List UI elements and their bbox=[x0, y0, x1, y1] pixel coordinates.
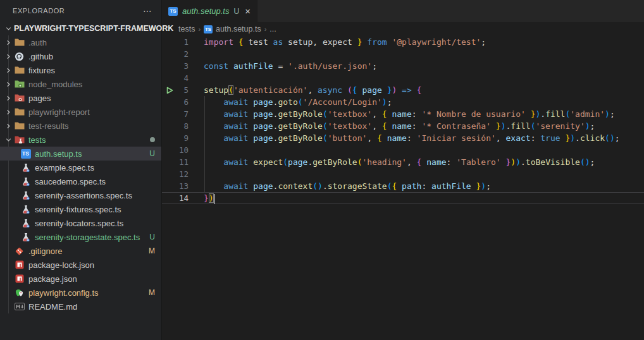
code-token: context bbox=[278, 181, 313, 191]
code-token: await bbox=[223, 157, 248, 167]
code-token: ( bbox=[313, 181, 318, 191]
code-editor[interactable]: 1import { test as setup, expect } from '… bbox=[162, 36, 644, 340]
code-token: ) bbox=[318, 181, 323, 191]
tree-item-example-spec-ts[interactable]: tsexample.spec.ts bbox=[0, 161, 161, 174]
code-token: ) bbox=[501, 121, 506, 131]
tree-item--gitignore[interactable]: .gitignoreM bbox=[0, 244, 161, 258]
code-token: ( bbox=[580, 157, 585, 167]
run-test-icon[interactable] bbox=[162, 84, 177, 96]
code-token: ; bbox=[615, 133, 620, 143]
code-token: : bbox=[412, 109, 422, 119]
folder-icon bbox=[14, 37, 25, 47]
code-token: exact bbox=[506, 133, 531, 143]
code-token: ; bbox=[481, 37, 486, 47]
tree-item-label: package-lock.json bbox=[28, 260, 155, 270]
tree-item-saucedemo-spec-ts[interactable]: tssaucedemo.spec.ts bbox=[0, 174, 161, 188]
chevron-right-icon[interactable] bbox=[3, 93, 14, 103]
chevron-right-icon[interactable] bbox=[3, 51, 14, 61]
code-line-8[interactable]: 8 await page.getByRole('textbox', { name… bbox=[162, 120, 644, 132]
editor-group: TS auth.setup.ts U × tests › TS auth.set… bbox=[162, 0, 644, 340]
code-line-2[interactable]: 2 bbox=[162, 48, 644, 60]
tree-item--auth[interactable]: .auth bbox=[0, 35, 161, 49]
code-line-10[interactable]: 10 bbox=[162, 144, 644, 156]
tree-item-test-results[interactable]: test-results bbox=[0, 119, 161, 133]
code-token: { bbox=[352, 85, 357, 95]
line-number: 2 bbox=[177, 49, 204, 59]
code-line-13[interactable]: 13 await page.context().storageState({ p… bbox=[162, 180, 644, 192]
chevron-right-icon[interactable] bbox=[3, 65, 14, 75]
line-number: 3 bbox=[177, 61, 204, 71]
code-token: ) bbox=[382, 97, 387, 107]
line-number: 4 bbox=[177, 73, 204, 83]
tab-auth-setup-ts[interactable]: TS auth.setup.ts U × bbox=[162, 0, 257, 22]
chevron-down-icon[interactable] bbox=[3, 135, 14, 145]
code-token: => bbox=[402, 85, 412, 95]
code-token: ) bbox=[511, 157, 516, 167]
code-token bbox=[352, 37, 357, 47]
tree-item-package-json[interactable]: package.json bbox=[0, 272, 161, 286]
code-line-6[interactable]: 6 await page.goto('/Account/Login'); bbox=[162, 96, 644, 108]
code-token: , bbox=[496, 133, 506, 143]
chevron-right-icon[interactable] bbox=[3, 79, 14, 89]
code-token: { bbox=[417, 85, 422, 95]
code-token: ) bbox=[605, 109, 610, 119]
chevron-down-icon[interactable] bbox=[3, 23, 14, 33]
folder-tests-icon bbox=[14, 135, 25, 145]
close-icon[interactable]: × bbox=[245, 6, 251, 16]
tree-item-serenity-fixtures-spec-ts[interactable]: tsserenity-fixtures.spec.ts bbox=[0, 202, 161, 216]
code-token: { bbox=[382, 109, 387, 119]
code-line-7[interactable]: 7 await page.getByRole('textbox', { name… bbox=[162, 108, 644, 120]
code-line-12[interactable]: 12 bbox=[162, 168, 644, 180]
flask-icon: ts bbox=[20, 232, 31, 242]
line-number: 10 bbox=[177, 145, 204, 155]
svg-text:ts: ts bbox=[27, 183, 28, 186]
tree-item-readme-md[interactable]: README.md bbox=[0, 300, 161, 313]
code-content: setup('autenticación', async ({ page }) … bbox=[204, 84, 644, 96]
code-line-14[interactable]: 14}) bbox=[162, 192, 644, 204]
code-token: name bbox=[426, 157, 446, 167]
tree-item-label: .gitignore bbox=[28, 246, 145, 256]
gutter-spacer bbox=[162, 48, 177, 60]
tree-item-serenity-locators-spec-ts[interactable]: tsserenity-locators.spec.ts bbox=[0, 216, 161, 230]
tree-item-playwright-report[interactable]: playwright-report bbox=[0, 105, 161, 119]
tree-item-label: .github bbox=[28, 52, 155, 61]
code-line-11[interactable]: 11 await expect(page.getByRole('heading'… bbox=[162, 156, 644, 168]
indent-guide bbox=[204, 96, 205, 108]
tree-item-auth-setup-ts[interactable]: TSauth.setup.tsU bbox=[0, 147, 161, 161]
code-content bbox=[204, 168, 644, 180]
indent-guide bbox=[204, 168, 205, 180]
tree-item-serenity-assertions-spec-ts[interactable]: tsserenity-assertions.spec.ts bbox=[0, 188, 161, 202]
code-token: ) bbox=[481, 181, 486, 191]
tree-item--github[interactable]: .github bbox=[0, 49, 161, 63]
tree-item-label: playwright.config.ts bbox=[28, 288, 145, 298]
tree-item-node-modules[interactable]: node_modules bbox=[0, 77, 161, 91]
code-token: page bbox=[362, 85, 381, 95]
code-line-4[interactable]: 4 bbox=[162, 72, 644, 84]
more-actions-icon[interactable]: ⋯ bbox=[143, 6, 152, 16]
tree-root-playwright-typescript-framework[interactable]: PLAYWRIGHT-TYPESCRIPT-FRAMEWORK bbox=[0, 21, 644, 35]
code-line-3[interactable]: 3const authFile = '.auth/user.json'; bbox=[162, 60, 644, 72]
code-content: await page.goto('/Account/Login'); bbox=[204, 96, 644, 108]
folder-icon bbox=[14, 121, 25, 131]
code-token: toBeVisible bbox=[526, 157, 580, 167]
tree-item-package-lock-json[interactable]: package-lock.json bbox=[0, 258, 161, 272]
gutter-spacer bbox=[162, 96, 177, 108]
tree-item-tests[interactable]: tests bbox=[0, 133, 161, 147]
code-token bbox=[526, 109, 531, 119]
tree-item-serenity-storagestate-spec-ts[interactable]: tsserenity-storagestate.spec.tsU bbox=[0, 230, 161, 244]
chevron-right-icon[interactable] bbox=[3, 121, 14, 131]
code-line-9[interactable]: 9 await page.getByRole('button', { name:… bbox=[162, 132, 644, 144]
tree-item-fixtures[interactable]: fixtures bbox=[0, 63, 161, 77]
code-token: expect bbox=[253, 157, 283, 167]
code-token: = bbox=[273, 61, 288, 71]
code-token bbox=[228, 61, 233, 71]
tree-item-playwright-config-ts[interactable]: playwright.config.tsM bbox=[0, 286, 161, 300]
tree-item-pages[interactable]: pages bbox=[0, 91, 161, 105]
code-line-1[interactable]: 1import { test as setup, expect } from '… bbox=[162, 36, 644, 48]
code-token: '@playwright/test' bbox=[392, 37, 481, 47]
gutter: 1 bbox=[162, 36, 204, 48]
code-token: } bbox=[204, 193, 209, 203]
chevron-right-icon[interactable] bbox=[3, 37, 14, 47]
chevron-right-icon[interactable] bbox=[3, 107, 14, 117]
code-line-5[interactable]: 5setup('autenticación', async ({ page })… bbox=[162, 84, 644, 96]
